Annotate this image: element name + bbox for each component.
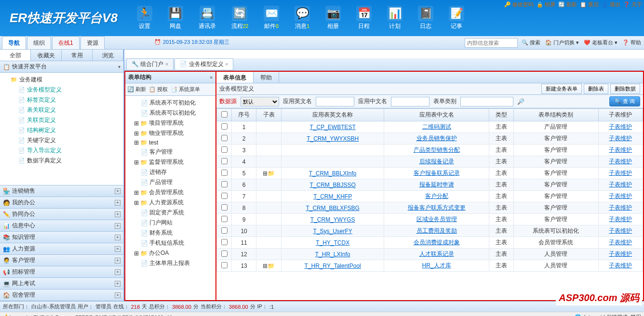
left-tree-node[interactable]: ⊞ 📁办公OA: [127, 248, 214, 258]
left-tree-node[interactable]: 📄财务系统: [127, 228, 214, 238]
expand-icon[interactable]: +: [115, 235, 121, 240]
collapse-icon[interactable]: «: [210, 75, 213, 80]
en-link[interactable]: T_CP_EWBTEST: [309, 124, 355, 131]
collapse-icon[interactable]: ▾: [118, 64, 121, 69]
tree-node[interactable]: 📄结构树定义: [2, 125, 121, 135]
tree-node[interactable]: 📄业务模型定义: [2, 85, 121, 95]
left-tree-node[interactable]: 📄系统表不可初始化: [127, 98, 214, 108]
accordion-知识管理[interactable]: 📚知识管理+: [0, 232, 123, 243]
row-checkbox[interactable]: [221, 227, 228, 234]
toolbar-设置[interactable]: 🏃设置: [137, 6, 152, 30]
maintain-link[interactable]: 子表维护: [609, 135, 632, 142]
row-checkbox[interactable]: [221, 216, 228, 222]
accordion-招标管理[interactable]: 📢招标管理+: [0, 266, 123, 278]
datasource-select[interactable]: 默认: [241, 97, 279, 106]
toolbar-消息[interactable]: 💬消息1: [295, 6, 310, 30]
content-tab-组合门户[interactable]: 🔧 组合门户 ×: [126, 58, 174, 70]
sub-btn-帮助[interactable]: ❓ 帮助: [622, 39, 641, 46]
accordion-我的办公[interactable]: 🧑我的办公+: [0, 197, 123, 209]
accordion-客户管理[interactable]: 🧑‍💼客户管理+: [0, 255, 123, 266]
maintain-link[interactable]: 子表维护: [609, 239, 632, 246]
content-tab-业务模型定义[interactable]: 📄 业务模型定义 ×: [174, 58, 233, 70]
maintain-link[interactable]: 子表维护: [609, 170, 632, 176]
row-checkbox[interactable]: [221, 170, 228, 176]
left-tree-node[interactable]: ⊞ 📁项目管理系统: [127, 118, 214, 128]
expand-icon[interactable]: +: [115, 188, 121, 194]
cn-link[interactable]: 人才联系记录: [419, 250, 454, 257]
cn-link[interactable]: 二维码测试: [422, 123, 451, 130]
left-tree-node[interactable]: 📄门户网站: [127, 218, 214, 228]
cn-link[interactable]: 报备延时申请: [419, 181, 454, 188]
expand-icon[interactable]: +: [115, 211, 121, 217]
toolbar-日程[interactable]: 📅日程: [356, 6, 372, 30]
dp-tab-帮助[interactable]: 帮助: [254, 72, 279, 83]
expand-icon[interactable]: +: [115, 269, 121, 275]
tree-node[interactable]: 📄数据字典定义: [2, 156, 121, 166]
top-action-关于[interactable]: ❓ 关于: [623, 1, 642, 8]
accordion-人力资源[interactable]: 👥人力资源+: [0, 243, 123, 255]
left-tree-node[interactable]: 📄客户管理: [127, 147, 214, 157]
row-checkbox[interactable]: [221, 250, 228, 257]
tree-node[interactable]: 📄标签页定义: [2, 95, 121, 105]
side-tab-常用[interactable]: 常用: [62, 50, 93, 61]
expand-icon[interactable]: +: [115, 200, 121, 206]
toolbar-邮件[interactable]: ✉️邮件0: [264, 6, 279, 30]
maintain-link[interactable]: 子表维护: [609, 250, 632, 257]
toolbar-日志[interactable]: 📓日志: [418, 6, 433, 30]
row-checkbox[interactable]: [221, 135, 228, 141]
top-action-修改密码[interactable]: 🔑 修改密码: [504, 1, 534, 8]
cn-link[interactable]: 后续报备记录: [419, 158, 454, 165]
tree-node[interactable]: 📁业务建模: [2, 75, 121, 85]
left-tree-node[interactable]: 📄产品管理: [127, 177, 214, 187]
tree-node[interactable]: 📄导入导出定义: [2, 145, 121, 156]
panel-btn-刷新[interactable]: 🔄 刷新: [127, 86, 146, 93]
accordion-网上考试[interactable]: 💻网上考试+: [0, 278, 123, 290]
toolbar-网盘[interactable]: 💾网盘: [168, 6, 183, 30]
cn-link[interactable]: 客户分配: [425, 193, 448, 199]
left-tree-node[interactable]: 📄主体单用上报表: [127, 258, 214, 268]
sub-btn-门户切换[interactable]: 🏠 门户切换 ▾: [545, 39, 579, 46]
nav-tab-组织[interactable]: 组织: [27, 36, 51, 49]
tree-node[interactable]: 📄关联页定义: [2, 115, 121, 125]
accordion-连锁销售[interactable]: 🏪连锁销售+: [0, 185, 123, 197]
left-tree-node[interactable]: 📄进销存: [127, 167, 214, 177]
left-tree-node[interactable]: ⊞ 📁会员管理系统: [127, 187, 214, 198]
left-tree-node[interactable]: ⊞ 📁监督管理系统: [127, 157, 214, 167]
row-checkbox[interactable]: [221, 262, 228, 268]
cn-link[interactable]: 报备客户联系方式变更: [408, 204, 466, 211]
sub-btn-老板看台[interactable]: ❤️ 老板看台 ▾: [584, 39, 617, 46]
tree-node[interactable]: 📄表关联定义: [2, 105, 121, 115]
cn-link[interactable]: HR_人才库: [422, 262, 451, 269]
toolbar-计划[interactable]: 📊计划: [387, 6, 402, 30]
en-link[interactable]: T_HR_RY_TalentPool: [305, 263, 361, 269]
side-tab-收藏夹[interactable]: 收藏夹: [31, 50, 62, 61]
dp-tab-表单信息[interactable]: 表单信息: [216, 72, 254, 83]
en-link[interactable]: T_HR_LXInfo: [315, 251, 350, 258]
maintain-link[interactable]: 子表维护: [609, 204, 632, 211]
panel-btn-系统菜单[interactable]: 📑 系统菜单: [171, 86, 200, 93]
type-input[interactable]: [460, 97, 513, 106]
sub-btn-搜索[interactable]: 🔍 搜索: [522, 39, 540, 46]
action-btn-新建业务表单[interactable]: 新建业务表单: [541, 84, 582, 94]
cn-link[interactable]: 产品类型销售分配: [414, 146, 460, 153]
row-checkbox[interactable]: [221, 193, 228, 199]
maintain-link[interactable]: 子表维护: [609, 158, 632, 165]
cn-link[interactable]: 员工费用及奖励: [416, 227, 457, 234]
select-all-checkbox[interactable]: [221, 111, 228, 118]
row-checkbox[interactable]: [221, 181, 228, 187]
maintain-link[interactable]: 子表维护: [609, 262, 632, 269]
cn-name-input[interactable]: [391, 97, 429, 106]
action-btn-删除表[interactable]: 删除表: [584, 84, 608, 94]
left-tree-node[interactable]: 📄固定资产系统: [127, 208, 214, 218]
side-tab-浏览[interactable]: 浏览: [93, 50, 123, 61]
toolbar-通讯录[interactable]: 📇通讯录: [199, 6, 216, 30]
maintain-link[interactable]: 子表维护: [609, 227, 632, 234]
toolbar-流程[interactable]: 🔄流程22: [231, 6, 248, 30]
maintain-link[interactable]: 子表维护: [609, 181, 632, 188]
toolbar-相册[interactable]: 📷相册: [325, 6, 341, 30]
accordion-协同办公[interactable]: ✏️协同办公+: [0, 209, 123, 220]
cn-link[interactable]: 区域业务员管理: [416, 216, 457, 223]
en-link[interactable]: T_CRM_BBLXFSBG: [306, 205, 359, 211]
expand-icon[interactable]: +: [115, 258, 121, 263]
en-link[interactable]: T_HY_TCDX: [316, 239, 349, 246]
